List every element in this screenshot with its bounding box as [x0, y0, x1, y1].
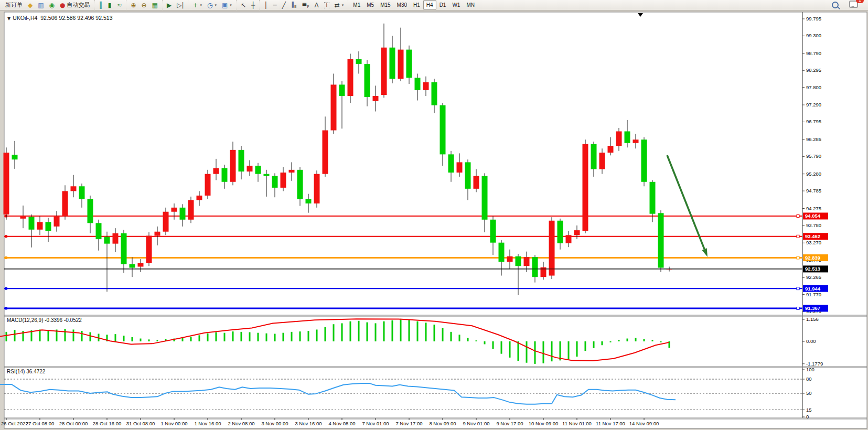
- chart-shift-icon[interactable]: ▷|: [174, 0, 186, 10]
- line-chart-icon-glyph: ≈: [116, 2, 122, 8]
- candles-chart-icon[interactable]: ▮: [105, 0, 114, 10]
- timeframe-m5[interactable]: M5: [363, 0, 377, 10]
- chart-shift-icon-glyph: ▷|: [177, 2, 184, 8]
- chat-badge: 1: [856, 0, 864, 3]
- resistance-line-2-handle-right[interactable]: [797, 235, 799, 238]
- tile-windows-icon-glyph: ▦: [152, 2, 158, 8]
- candle: [163, 212, 169, 232]
- macd-histogram-bar: [551, 341, 553, 361]
- candle: [415, 78, 421, 90]
- support-line-blue-1-handle-right[interactable]: [797, 287, 799, 290]
- support-line-blue-2-handle-right[interactable]: [797, 307, 799, 309]
- timeframe-m15[interactable]: M15: [377, 0, 393, 10]
- auto-scroll-icon[interactable]: ▶: [164, 0, 174, 10]
- support-line-blue-2-handle-left[interactable]: [5, 307, 7, 309]
- alerts-icon-glyph: ◉: [49, 2, 55, 8]
- chat-button[interactable]: 1: [846, 0, 861, 10]
- trendline-icon-glyph: ╱: [282, 2, 286, 8]
- macd-histogram-bar: [207, 334, 209, 341]
- candle: [457, 162, 463, 173]
- timeframe-h1[interactable]: H1: [410, 0, 423, 10]
- indicators-dropdown-icon[interactable]: ▾: [200, 3, 202, 7]
- channel-icon[interactable]: ∥E: [288, 0, 299, 10]
- zoom-in-icon[interactable]: ⊕: [128, 0, 138, 10]
- symbol-dropdown-icon[interactable]: ▼: [7, 16, 10, 21]
- autotrade-button[interactable]: ●自动交易: [57, 0, 92, 10]
- candle: [104, 237, 110, 244]
- price-tick-label: 99.300: [806, 33, 821, 38]
- profiles-icon[interactable]: ▥: [35, 0, 46, 10]
- trendline-icon[interactable]: ╱: [280, 0, 288, 10]
- arrows-icon-glyph: ⇄: [335, 2, 340, 8]
- price-tick-label: 95.790: [806, 153, 821, 159]
- chart-canvas[interactable]: 99.79599.30098.79098.29597.80097.29096.7…: [0, 0, 868, 430]
- time-tick-label: 7 Nov 17:00: [395, 421, 422, 426]
- text-label-icon[interactable]: T: [322, 0, 332, 10]
- timeframe-d1[interactable]: D1: [436, 0, 449, 10]
- candle: [264, 174, 270, 176]
- candle: [625, 131, 630, 143]
- macd-histogram-bar: [232, 331, 234, 341]
- candle: [71, 186, 77, 191]
- line-chart-icon[interactable]: ≈: [114, 0, 124, 10]
- candle: [591, 144, 597, 169]
- timeframe-w1[interactable]: W1: [449, 0, 463, 10]
- hline-icon[interactable]: ─: [270, 0, 279, 10]
- tile-windows-icon[interactable]: ▦: [149, 0, 160, 10]
- alerts-icon[interactable]: ◉: [47, 0, 57, 10]
- indicators-icon[interactable]: +▾: [190, 0, 205, 10]
- arrows-dropdown-icon[interactable]: ▾: [342, 3, 344, 7]
- candle: [222, 168, 228, 182]
- mt4-trading-window: 新订单◆▥◉●自动交易║▮≈⊕⊖▦▶▷|+▾◷▾▣▾↖┼│─╱∥E≡FAT⇄▾ …: [0, 0, 868, 430]
- new-order-button-label: 新订单: [5, 1, 23, 9]
- periods-dropdown-icon[interactable]: ▾: [215, 3, 217, 7]
- cursor-icon-glyph: ↖: [241, 2, 246, 8]
- support-line-orange-price-badge-label: 92.839: [805, 255, 820, 261]
- macd-histogram-bar: [560, 341, 561, 360]
- cursor-icon[interactable]: ↖: [238, 0, 249, 10]
- rsi-tick-label: 80: [806, 376, 812, 382]
- new-order-button[interactable]: 新订单: [3, 0, 25, 10]
- support-line-orange-handle-right[interactable]: [797, 256, 799, 259]
- candle: [549, 221, 555, 276]
- candle: [79, 186, 85, 199]
- time-tick-label: 26 Oct 2022: [1, 421, 28, 426]
- fibonacci-icon[interactable]: ≡F: [299, 0, 312, 10]
- new-chart-icon[interactable]: ◆: [25, 0, 35, 10]
- support-line-orange-handle-left[interactable]: [5, 256, 7, 259]
- templates-dropdown-icon[interactable]: ▾: [230, 3, 232, 7]
- macd-histogram-bar: [333, 324, 335, 341]
- support-line-blue-1-handle-left[interactable]: [5, 287, 7, 290]
- timeframe-m30[interactable]: M30: [394, 0, 410, 10]
- text-label-icon-glyph: T: [324, 2, 329, 8]
- ohlc-values: 92.506 92.586 92.496 92.513: [40, 15, 112, 21]
- zoom-out-icon[interactable]: ⊖: [139, 0, 149, 10]
- toolbar-group: │─╱∥E≡FAT⇄▾: [259, 0, 348, 10]
- macd-histogram-bar: [484, 341, 486, 344]
- periods-icon[interactable]: ◷▾: [205, 0, 219, 10]
- macd-histogram-bar: [14, 330, 16, 341]
- resistance-line-2-handle-left[interactable]: [5, 235, 7, 238]
- macd-histogram-bar: [341, 323, 343, 341]
- macd-histogram-bar: [534, 341, 536, 364]
- macd-histogram-bar: [81, 331, 83, 341]
- vline-icon[interactable]: │: [261, 0, 270, 10]
- search-button[interactable]: [829, 0, 841, 10]
- channel-icon-glyph: ∥E: [291, 1, 296, 9]
- macd-histogram-bar: [610, 341, 612, 342]
- macd-histogram-bar: [652, 340, 653, 341]
- arrows-icon[interactable]: ⇄▾: [332, 0, 347, 10]
- templates-icon[interactable]: ▣▾: [219, 0, 234, 10]
- timeframe-m1[interactable]: M1: [350, 0, 363, 10]
- candle: [365, 64, 370, 97]
- bars-chart-icon[interactable]: ║: [97, 0, 105, 10]
- crosshair-icon[interactable]: ┼: [249, 0, 258, 10]
- chart-title[interactable]: ▼UKOil-,H4 92.506 92.586 92.496 92.513: [7, 15, 112, 21]
- time-tick-label: 3 Nov 16:00: [295, 421, 322, 426]
- resistance-line-1-handle-right[interactable]: [797, 214, 799, 217]
- timeframe-mn[interactable]: MN: [463, 0, 478, 10]
- timeframe-h4[interactable]: H4: [423, 0, 436, 10]
- candle: [12, 155, 18, 159]
- candle: [272, 176, 278, 188]
- text-icon[interactable]: A: [312, 0, 321, 10]
